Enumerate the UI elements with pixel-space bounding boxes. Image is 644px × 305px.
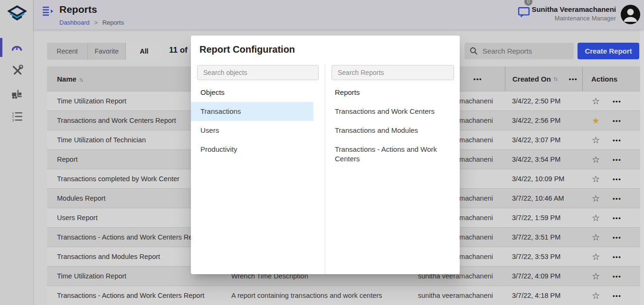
report-configuration-modal: Report Configuration Objects Transaction… (191, 36, 460, 274)
modal-title: Report Configuration (199, 44, 295, 55)
objects-search-input[interactable] (197, 65, 319, 80)
objects-list: Objects Transactions Users Productivity (191, 83, 313, 159)
objects-list-header: Objects (191, 83, 313, 102)
report-item[interactable]: Transactions - Actions and Work Centers (325, 140, 446, 168)
reports-list-header: Reports (325, 83, 460, 102)
object-item-users[interactable]: Users (191, 121, 313, 140)
object-item-transactions[interactable]: Transactions (191, 102, 313, 121)
report-item[interactable]: Transactions and Work Centers (325, 102, 460, 121)
report-item[interactable]: Transactions and Modules (325, 121, 460, 140)
object-item-productivity[interactable]: Productivity (191, 140, 313, 159)
reports-list: Reports Transactions and Work Centers Tr… (325, 83, 460, 168)
modal-reports-search-input[interactable] (331, 65, 454, 80)
app-window: 1 2 3 Reports Dashboard > Reports (0, 0, 644, 305)
